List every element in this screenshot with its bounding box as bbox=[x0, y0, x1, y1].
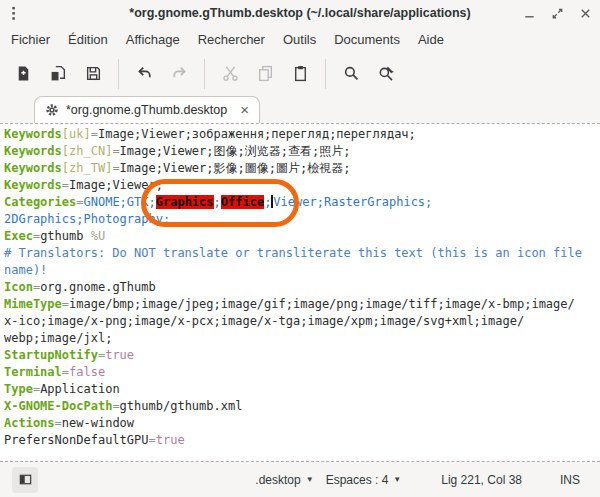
new-document-icon bbox=[15, 65, 32, 82]
paste-button[interactable] bbox=[285, 59, 315, 89]
tab-active[interactable]: *org.gnome.gThumb.desktop × bbox=[34, 96, 260, 123]
copy-icon bbox=[257, 65, 274, 82]
tab-width-label: Espaces : 4 bbox=[326, 473, 389, 487]
tab-width-dropdown[interactable]: Espaces : 4 ▼ bbox=[320, 469, 408, 491]
text-line: StartupNotify=true bbox=[4, 347, 600, 364]
text-line: PrefersNonDefaultGPU=true bbox=[4, 432, 600, 449]
text-line: Keywords[zh_TW]=Image;Viewer;影像;圖像;圖片;檢視… bbox=[4, 160, 600, 177]
new-document-button[interactable] bbox=[8, 59, 38, 89]
redo-button bbox=[164, 59, 194, 89]
side-panel-icon bbox=[18, 472, 33, 487]
menu-item-5[interactable]: Documents bbox=[325, 28, 409, 51]
menu-item-3[interactable]: Rechercher bbox=[189, 28, 274, 51]
text-line: Icon=org.gnome.gThumb bbox=[4, 279, 600, 296]
cut-icon bbox=[222, 65, 239, 82]
redo-icon bbox=[171, 65, 188, 82]
text-line: 2DGraphics;Photography; bbox=[4, 211, 600, 228]
find-replace-icon bbox=[378, 65, 395, 82]
find-button[interactable] bbox=[336, 59, 366, 89]
menu-item-2[interactable]: Affichage bbox=[117, 28, 189, 51]
menu-item-0[interactable]: Fichier bbox=[2, 28, 59, 51]
statusbar-right: .desktop ▼ Espaces : 4 ▼ Lig 221, Col 38… bbox=[249, 469, 588, 491]
close-button[interactable] bbox=[574, 2, 596, 24]
save-button[interactable] bbox=[78, 59, 108, 89]
menu-item-4[interactable]: Outils bbox=[274, 28, 325, 51]
text-line: Keywords[uk]=Image;Viewer;зображення;пер… bbox=[4, 126, 600, 143]
toolbar-separator bbox=[204, 59, 205, 89]
restore-button[interactable] bbox=[546, 2, 568, 24]
gear-icon bbox=[45, 103, 59, 117]
menubar: FichierÉditionAffichageRechercherOutilsD… bbox=[0, 26, 600, 52]
chevron-down-icon: ▼ bbox=[306, 475, 314, 484]
close-icon bbox=[578, 6, 593, 21]
restore-icon bbox=[550, 6, 565, 21]
window-controls bbox=[518, 0, 596, 26]
statusbar: .desktop ▼ Espaces : 4 ▼ Lig 221, Col 38… bbox=[0, 462, 600, 497]
undo-button[interactable] bbox=[129, 59, 159, 89]
menu-item-1[interactable]: Édition bbox=[59, 28, 117, 51]
copy-button bbox=[250, 59, 280, 89]
text-line: Exec=gthumb %U bbox=[4, 228, 600, 245]
cursor-position: Lig 221, Col 38 bbox=[435, 469, 528, 491]
app-menu-button[interactable] bbox=[0, 0, 26, 26]
text-line: Terminal=false bbox=[4, 364, 600, 381]
toolbar-separator bbox=[325, 59, 326, 89]
tab-close-icon[interactable]: × bbox=[240, 103, 249, 117]
minimize-icon bbox=[522, 6, 537, 21]
side-panel-toggle[interactable] bbox=[12, 467, 38, 493]
menu-item-6[interactable]: Aide bbox=[409, 28, 453, 51]
text-line: Actions=new-window bbox=[4, 415, 600, 432]
save-icon bbox=[85, 65, 102, 82]
text-line: # Translators: Do NOT translate or trans… bbox=[4, 245, 600, 262]
find-icon bbox=[343, 65, 360, 82]
text-line: Keywords=Image;Viewer; bbox=[4, 177, 600, 194]
text-line: webp;image/jxl; bbox=[4, 330, 600, 347]
text-line: name)! bbox=[4, 262, 600, 279]
insert-mode-indicator: INS bbox=[554, 469, 586, 491]
toolbar-separator bbox=[118, 59, 119, 89]
text-line: Keywords[zh_CN]=Image;Viewer;图像;浏览器;查看;照… bbox=[4, 143, 600, 160]
text-editor[interactable]: Keywords[uk]=Image;Viewer;зображення;пер… bbox=[0, 123, 600, 462]
filetype-dropdown[interactable]: .desktop ▼ bbox=[249, 469, 319, 491]
text-line: MimeType=image/bmp;image/jpeg;image/gif;… bbox=[4, 296, 600, 313]
minimize-button[interactable] bbox=[518, 2, 540, 24]
gedit-window: *org.gnome.gThumb.desktop (~/.local/shar… bbox=[0, 0, 600, 497]
chevron-down-icon: ▼ bbox=[393, 475, 401, 484]
kebab-menu-icon bbox=[6, 5, 21, 22]
titlebar: *org.gnome.gThumb.desktop (~/.local/shar… bbox=[0, 0, 600, 26]
toolbar bbox=[0, 52, 600, 95]
tab-bar: *org.gnome.gThumb.desktop × bbox=[0, 95, 600, 123]
text-line: X-GNOME-DocPath=gthumb/gthumb.xml bbox=[4, 398, 600, 415]
text-line: Categories=GNOME;GTK;Graphics;Office;Vie… bbox=[4, 194, 600, 211]
tab-label: *org.gnome.gThumb.desktop bbox=[66, 103, 227, 117]
undo-icon bbox=[136, 65, 153, 82]
filetype-label: .desktop bbox=[255, 473, 300, 487]
open-document-button[interactable] bbox=[43, 59, 73, 89]
find-replace-button[interactable] bbox=[371, 59, 401, 89]
paste-icon bbox=[292, 65, 309, 82]
window-title: *org.gnome.gThumb.desktop (~/.local/shar… bbox=[0, 6, 600, 20]
text-line: Type=Application bbox=[4, 381, 600, 398]
open-document-icon bbox=[50, 65, 67, 82]
text-line: x-ico;image/x-png;image/x-pcx;image/x-tg… bbox=[4, 313, 600, 330]
cut-button bbox=[215, 59, 245, 89]
